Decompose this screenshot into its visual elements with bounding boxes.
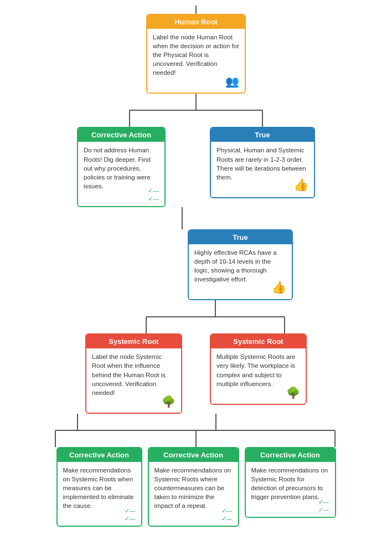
systemic-root-2-body: Multiple Systemic Roots are very likely.…: [211, 348, 306, 403]
corrective-action-3-body: Make recommendations on Systemic Roots w…: [149, 462, 238, 526]
systemic-root-2-header: Systemic Root: [211, 335, 306, 348]
true-1-icon: 👍: [293, 177, 308, 194]
corrective-actions-bottom-row: Corrective Action Make recommendations o…: [6, 447, 386, 527]
corrective-action-4-col: Corrective Action Make recommendations o…: [245, 447, 336, 518]
connector-svg-2: [130, 207, 351, 229]
corrective-action-2-col: Corrective Action Make recommendations o…: [56, 447, 142, 527]
human-root-icon: 👥: [225, 74, 239, 89]
corrective-action-1-node: Corrective Action Do not address Human R…: [77, 127, 166, 207]
human-root-body: Label the node Human Root when the decis…: [147, 29, 245, 92]
human-root-node: Human Root Label the node Human Root whe…: [146, 14, 246, 94]
corrective-action-3-header: Corrective Action: [149, 448, 238, 462]
top-connector-line: [195, 6, 197, 14]
systemic-root-2-icon: 🌳: [286, 385, 300, 400]
corrective-action-1-header: Corrective Action: [78, 128, 164, 142]
corrective-action-4-node: Corrective Action Make recommendations o…: [245, 447, 336, 518]
true-1-col: True Physical, Human and Systemic Roots …: [210, 127, 315, 198]
corrective-action-2-text: Make recommendations on Systemic Roots w…: [63, 467, 134, 509]
true-2-header: True: [189, 230, 292, 244]
corrective-action-1-text: Do not address Human Roots! Dig deeper. …: [84, 147, 151, 189]
connector-svg-4: [6, 414, 386, 447]
true-1-text: Physical, Human and Systemic Roots are r…: [216, 147, 306, 180]
corrective-action-4-header: Corrective Action: [246, 448, 335, 462]
human-root-header: Human Root: [147, 15, 245, 29]
systemic-root-1-col: Systemic Root Label the node Systemic Ro…: [85, 333, 182, 413]
corrective-action-2-body: Make recommendations on Systemic Roots w…: [58, 462, 141, 526]
corrective-action-2-icon: ✓—✓—: [125, 507, 136, 523]
corrective-action-4-text: Make recommendations on Systemic Roots f…: [251, 467, 328, 500]
true-2-body: Highly effective RCAs have a depth of 10…: [189, 244, 292, 299]
level-2-row: Corrective Action Do not address Human R…: [6, 127, 386, 207]
diagram: Human Root Label the node Human Root whe…: [6, 6, 386, 527]
corrective-action-3-col: Corrective Action Make recommendations o…: [148, 447, 239, 527]
systemic-root-1-header: Systemic Root: [86, 335, 181, 348]
corrective-action-1-body: Do not address Human Roots! Dig deeper. …: [78, 142, 164, 205]
systemic-root-1-text: Label the node Systemic Root when the in…: [92, 353, 166, 395]
corrective-action-2-header: Corrective Action: [58, 448, 141, 462]
corrective-action-4-icon: ✓—✓—: [318, 498, 329, 514]
systemic-roots-row: Systemic Root Label the node Systemic Ro…: [6, 333, 386, 413]
corrective-action-4-body: Make recommendations on Systemic Roots f…: [246, 462, 335, 517]
true-2-icon: 👍: [271, 279, 286, 296]
corrective-action-3-icon: ✓—✓—: [221, 507, 233, 523]
corrective-action-3-text: Make recommendations on Systemic Roots w…: [154, 467, 231, 509]
systemic-root-1-node: Systemic Root Label the node Systemic Ro…: [85, 333, 182, 413]
systemic-root-1-icon: 🌳: [162, 394, 176, 409]
connector-svg-1: [85, 94, 307, 127]
corrective-action-3-node: Corrective Action Make recommendations o…: [148, 447, 239, 527]
connector-svg-3: [74, 300, 318, 333]
systemic-root-2-text: Multiple Systemic Roots are very likely.…: [216, 353, 296, 387]
true-1-body: Physical, Human and Systemic Roots are r…: [211, 142, 314, 197]
true-1-node: True Physical, Human and Systemic Roots …: [210, 127, 315, 198]
systemic-root-2-node: Systemic Root Multiple Systemic Roots ar…: [210, 333, 307, 404]
true-1-header: True: [211, 128, 314, 142]
systemic-root-2-col: Systemic Root Multiple Systemic Roots ar…: [210, 333, 307, 404]
corrective-action-1-col: Corrective Action Do not address Human R…: [77, 127, 166, 207]
corrective-action-1-icon: ✓—✓—: [148, 187, 159, 203]
human-root-text: Label the node Human Root when the decis…: [153, 34, 239, 76]
true-2-node: True Highly effective RCAs have a depth …: [188, 229, 293, 300]
true-2-text: Highly effective RCAs have a depth of 10…: [194, 249, 277, 282]
corrective-action-2-node: Corrective Action Make recommendations o…: [56, 447, 142, 527]
systemic-root-1-body: Label the node Systemic Root when the in…: [86, 348, 181, 412]
